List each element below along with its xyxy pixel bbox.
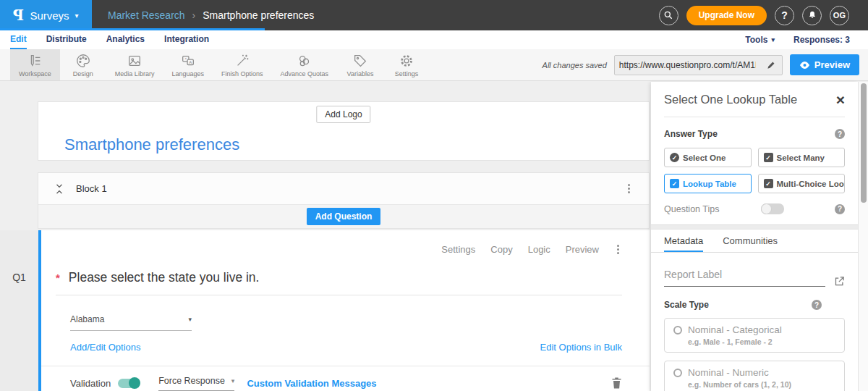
help-icon[interactable]: ? <box>835 129 845 139</box>
tab-edit[interactable]: Edit <box>10 30 27 49</box>
questionpro-logo-icon: P <box>13 7 24 24</box>
svg-text:A: A <box>189 60 192 64</box>
pencil-icon <box>766 60 776 70</box>
svg-text:*: * <box>184 56 187 61</box>
question-preview-link[interactable]: Preview <box>566 244 599 255</box>
help-icon[interactable]: ? <box>835 204 845 214</box>
question-settings-link[interactable]: Settings <box>441 244 475 255</box>
close-icon[interactable]: × <box>836 94 845 106</box>
radio-icon <box>673 369 682 377</box>
scrollbar-thumb[interactable] <box>861 83 867 203</box>
toolbar-design[interactable]: Design <box>60 49 106 80</box>
panel-header: Select One Lookup Table × <box>664 82 845 117</box>
question-tips-label: Question Tips <box>664 204 719 214</box>
search-button[interactable] <box>659 6 678 25</box>
toolbar-finish-options[interactable]: Finish Options <box>213 49 272 80</box>
topbar-actions: Upgrade Now ? OG <box>659 0 868 30</box>
tag-icon <box>352 53 368 69</box>
chevron-down-icon: ▾ <box>771 36 775 43</box>
chevron-down-icon: ▾ <box>75 12 79 20</box>
answer-type-header: Answer Type ? <box>664 129 845 139</box>
notifications-button[interactable] <box>802 6 822 25</box>
panel-scrollbar[interactable] <box>858 82 868 391</box>
block-menu-kebab-icon[interactable] <box>625 181 633 196</box>
toolbar-advance-quotas[interactable]: Advance Quotas <box>271 49 337 80</box>
tab-communities[interactable]: Communities <box>723 230 778 252</box>
chevron-down-icon: ▾ <box>231 377 235 384</box>
progress-bar <box>0 28 265 30</box>
delete-question-button[interactable] <box>611 377 622 391</box>
add-edit-options-link[interactable]: Add/Edit Options <box>70 342 141 353</box>
tab-metadata[interactable]: Metadata <box>664 230 703 252</box>
force-response-dropdown[interactable]: Force Response ▾ <box>158 376 234 391</box>
tab-integration[interactable]: Integration <box>164 30 209 49</box>
toolbar-workspace[interactable]: Workspace <box>10 49 60 80</box>
survey-url-input[interactable] <box>615 60 760 70</box>
workspace-icon <box>27 53 43 69</box>
square-check-icon: ✓ <box>764 179 773 188</box>
upgrade-now-button[interactable]: Upgrade Now <box>686 6 767 25</box>
question-number: Q1 <box>12 272 26 283</box>
help-icon[interactable]: ? <box>812 300 822 310</box>
question-copy-link[interactable]: Copy <box>490 244 512 255</box>
preview-button[interactable]: Preview <box>790 54 859 75</box>
responses-count[interactable]: Responses: 3 <box>793 35 850 45</box>
scale-example: e.g. Male - 1, Female - 2 <box>688 337 835 346</box>
answer-dropdown[interactable]: Alabama ▾ <box>70 314 192 331</box>
block-title[interactable]: Block 1 <box>76 183 107 194</box>
eye-icon <box>799 61 810 70</box>
edit-url-button[interactable] <box>760 56 782 75</box>
block-card: Block 1 Add Question <box>38 172 650 229</box>
square-check-icon: ✓ <box>764 153 773 162</box>
tools-menu[interactable]: Tools ▾ <box>745 35 775 45</box>
toolbar-media-library[interactable]: Media Library <box>106 49 163 80</box>
trash-icon <box>611 377 622 390</box>
chain-links-icon <box>297 53 312 69</box>
question-text[interactable]: Please select the state you live in. <box>69 270 260 285</box>
validation-row: Validation Force Response ▾ Custom Valid… <box>70 376 622 391</box>
nav-right: Tools ▾ Responses: 3 <box>745 30 850 49</box>
search-icon <box>663 10 673 20</box>
survey-header-card: Add Logo Smartphone preferences <box>38 101 650 161</box>
report-label-input[interactable] <box>664 269 825 287</box>
breadcrumb: Market Research › Smartphone preferences <box>108 0 314 30</box>
validation-toggle[interactable] <box>118 379 140 388</box>
question-toolbar: Settings Copy Logic Preview <box>441 242 622 257</box>
scale-option-nominal-numeric[interactable]: Nominal - Numeric e.g. Number of cars (1… <box>664 361 845 391</box>
survey-title[interactable]: Smartphone preferences <box>64 135 239 154</box>
question-logic-link[interactable]: Logic <box>528 244 550 255</box>
toolbar-languages[interactable]: A* Languages <box>163 49 213 80</box>
toolbar-variables[interactable]: Variables <box>337 49 383 80</box>
validation-label: Validation <box>70 378 111 389</box>
add-logo-button[interactable]: Add Logo <box>316 106 370 123</box>
question-text-row: * Please select the state you live in. <box>56 270 622 295</box>
add-question-button[interactable]: Add Question <box>307 208 381 225</box>
toolbar-settings[interactable]: Settings <box>383 49 430 80</box>
tab-analytics[interactable]: Analytics <box>106 30 145 49</box>
breadcrumb-survey-name: Smartphone preferences <box>203 9 314 21</box>
question-tips-row: Question Tips ? <box>664 203 845 214</box>
bell-icon <box>807 10 817 20</box>
custom-validation-messages-link[interactable]: Custom Validation Messages <box>247 378 376 389</box>
collapse-icon[interactable] <box>54 182 64 196</box>
option-links-row: Add/Edit Options Edit Options in Bulk <box>70 342 622 353</box>
breadcrumb-folder[interactable]: Market Research <box>108 9 185 21</box>
tab-distribute[interactable]: Distribute <box>46 30 87 49</box>
save-status: All changes saved <box>542 61 607 70</box>
answer-type-select-many[interactable]: ✓ Select Many <box>758 148 846 167</box>
edit-options-in-bulk-link[interactable]: Edit Options in Bulk <box>540 342 622 353</box>
question-gutter: Q1 <box>0 230 38 391</box>
scale-option-nominal-categorical[interactable]: Nominal - Categorical e.g. Male - 1, Fem… <box>664 318 845 353</box>
top-bar: P Surveys ▾ Market Research › Smartphone… <box>0 0 868 30</box>
help-button[interactable]: ? <box>775 6 794 25</box>
question-tips-toggle[interactable] <box>761 203 784 214</box>
answer-type-multi-choice-lookup[interactable]: ✓ Multi-Choice Lookup <box>758 174 846 193</box>
question-menu-kebab-icon[interactable] <box>614 242 622 257</box>
external-link-icon[interactable] <box>834 276 845 287</box>
answer-type-select-one[interactable]: ✓ Select One <box>664 148 752 167</box>
answer-type-lookup-table[interactable]: ✓ Lookup Table <box>664 174 752 193</box>
required-asterisk: * <box>56 272 60 284</box>
avatar[interactable]: OG <box>830 6 849 25</box>
report-label-row <box>664 269 845 287</box>
surveys-product-menu[interactable]: P Surveys ▾ <box>0 0 92 30</box>
